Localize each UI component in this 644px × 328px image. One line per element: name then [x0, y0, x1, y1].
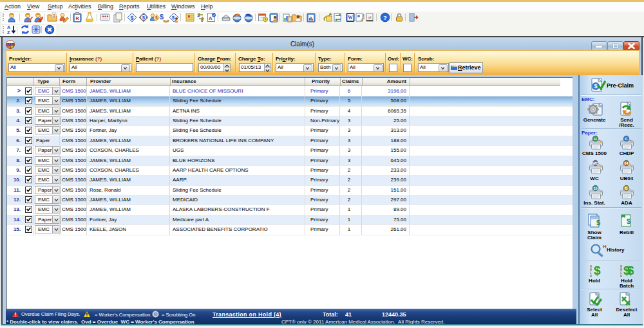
svg-text:WC: WC [592, 161, 598, 165]
svg-text:04: 04 [624, 161, 629, 165]
svg-text:$: $ [627, 217, 630, 225]
svg-text:$: $ [130, 15, 133, 21]
svg-text:$: $ [594, 83, 597, 89]
svg-text:$: $ [155, 15, 158, 21]
svg-text:$: $ [627, 264, 634, 277]
svg-text:15: 15 [593, 187, 597, 190]
svg-text:C: C [625, 137, 628, 141]
svg-text:A: A [209, 15, 213, 21]
svg-text:$: $ [596, 219, 600, 226]
svg-text:$: $ [160, 13, 164, 21]
svg-text:H: H [594, 137, 597, 141]
svg-text:$: $ [172, 15, 175, 21]
svg-text:A: A [7, 25, 10, 30]
svg-text:$: $ [594, 264, 601, 277]
svg-text:?: ? [383, 14, 387, 21]
svg-text:$: $ [142, 15, 146, 21]
svg-text:Z: Z [7, 30, 10, 35]
svg-text:S: S [53, 14, 55, 17]
svg-text:D: D [625, 187, 628, 190]
svg-text:sil: sil [368, 15, 372, 19]
svg-text:W: W [348, 15, 353, 21]
svg-text:R: R [75, 16, 79, 21]
